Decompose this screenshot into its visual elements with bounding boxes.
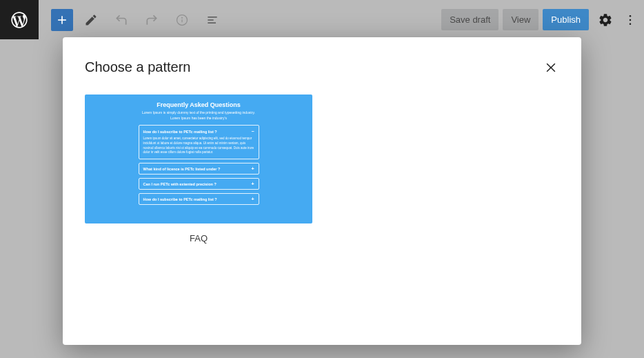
pattern-preview: Frequently Asked Questions Lorem Ipsum i… xyxy=(85,95,312,223)
modal-backdrop: Choose a pattern Frequently Asked Questi… xyxy=(0,0,644,358)
preview-heading: Frequently Asked Questions xyxy=(157,101,241,108)
preview-subtext: Lorem Ipsum is simply dummy text of the … xyxy=(142,110,255,121)
plus-icon: + xyxy=(251,197,254,201)
plus-icon: + xyxy=(251,166,254,171)
close-button[interactable] xyxy=(540,57,562,79)
pattern-grid: Frequently Asked Questions Lorem Ipsum i… xyxy=(85,95,559,243)
modal-title: Choose a pattern xyxy=(85,59,559,75)
preview-faq-item: What kind of licence is PETc listed unde… xyxy=(139,163,259,175)
preview-faq-item: Can I run PETc with extented precision ?… xyxy=(139,178,259,190)
plus-icon: + xyxy=(251,181,254,186)
minus-icon: − xyxy=(251,129,254,134)
pattern-item-faq[interactable]: Frequently Asked Questions Lorem Ipsum i… xyxy=(85,95,312,243)
preview-faq-item: How do I subscribe to PETc mailing list … xyxy=(139,193,259,205)
pattern-label: FAQ xyxy=(85,233,312,243)
preview-faq-item-expanded: How do I subscribe to PETc mailing list … xyxy=(139,125,259,159)
pattern-modal: Choose a pattern Frequently Asked Questi… xyxy=(63,37,581,345)
close-icon xyxy=(544,61,558,74)
